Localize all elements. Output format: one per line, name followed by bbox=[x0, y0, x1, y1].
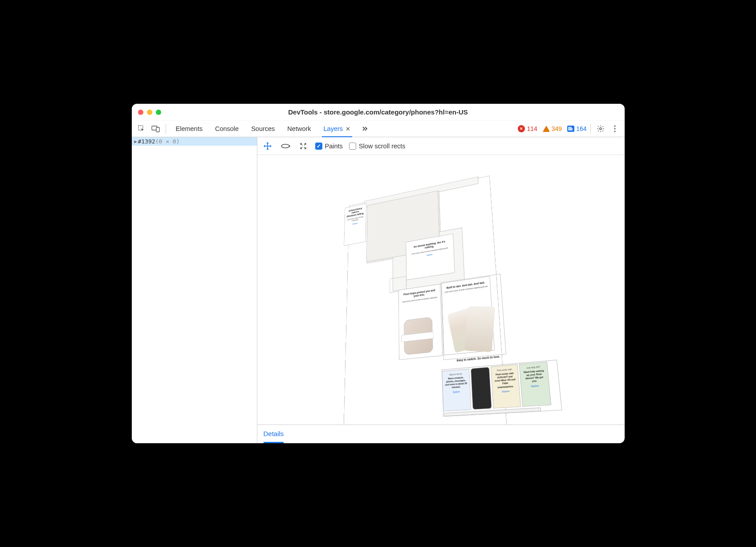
layer-mini-card-1[interactable]: Easy to set up Move contacts, photos, me… bbox=[442, 369, 471, 412]
settings-icon[interactable] bbox=[594, 122, 607, 135]
toolbar-divider bbox=[590, 124, 591, 134]
message-count-value: 164 bbox=[576, 125, 586, 132]
devtools-toolbar: Elements Console Sources Network Layers … bbox=[132, 121, 625, 137]
tab-label: Sources bbox=[251, 125, 275, 132]
tab-label: Elements bbox=[176, 125, 203, 132]
tab-layers[interactable]: Layers ✕ bbox=[317, 121, 357, 137]
window-title: DevTools - store.google.com/category/pho… bbox=[132, 108, 625, 116]
panel-body: ▶ #1392 (0 × 0) bbox=[132, 137, 625, 443]
warning-count-value: 349 bbox=[552, 125, 562, 132]
error-count-value: 114 bbox=[527, 125, 537, 132]
checkbox-icon bbox=[349, 143, 356, 150]
tab-console[interactable]: Console bbox=[209, 121, 245, 137]
svg-point-5 bbox=[614, 128, 615, 129]
svg-point-7 bbox=[281, 144, 289, 148]
rotate-mode-icon[interactable] bbox=[280, 140, 291, 152]
inspect-element-icon[interactable] bbox=[135, 122, 148, 135]
message-count[interactable]: 164 bbox=[567, 125, 586, 132]
expand-caret-icon[interactable]: ▶ bbox=[134, 139, 137, 144]
layer-tree-item[interactable]: ▶ #1392 (0 × 0) bbox=[132, 137, 257, 146]
mini-body: Need help setting up your Pixel device? … bbox=[523, 369, 546, 384]
details-panel-tabbar: Details bbox=[257, 425, 625, 443]
error-icon bbox=[518, 125, 525, 132]
window-titlebar: DevTools - store.google.com/category/pho… bbox=[132, 104, 625, 121]
svg-point-4 bbox=[614, 125, 615, 127]
status-indicators: 114 349 164 bbox=[518, 125, 586, 132]
mini-link: Explore bbox=[445, 390, 467, 394]
mini-link: Explore bbox=[524, 384, 546, 388]
more-menu-icon[interactable] bbox=[609, 122, 621, 135]
error-count[interactable]: 114 bbox=[518, 125, 537, 132]
traffic-lights bbox=[138, 110, 161, 115]
message-icon bbox=[567, 126, 574, 132]
layer-card-extraordinary[interactable]: Extraordinary camera. Effortless editing… bbox=[344, 204, 366, 246]
svg-rect-2 bbox=[156, 127, 159, 132]
zoom-window-button[interactable] bbox=[156, 110, 161, 115]
svg-point-6 bbox=[614, 131, 615, 132]
slow-scroll-label: Slow scroll rects bbox=[359, 143, 406, 150]
layer-mini-card-3[interactable]: Live help 24/7 Need help setting up your… bbox=[519, 362, 551, 407]
tab-label: Console bbox=[215, 125, 239, 132]
details-tab-label: Details bbox=[264, 430, 284, 437]
minimize-window-button[interactable] bbox=[147, 110, 152, 115]
close-tab-icon[interactable]: ✕ bbox=[345, 126, 350, 132]
warning-count[interactable]: 349 bbox=[543, 125, 562, 132]
toolbar-divider bbox=[166, 124, 166, 134]
device-toolbar-icon[interactable] bbox=[150, 122, 162, 135]
panel-tabs: Elements Console Sources Network Layers … bbox=[170, 121, 357, 137]
layer-tree-sidebar[interactable]: ▶ #1392 (0 × 0) bbox=[132, 137, 257, 443]
tab-label: Network bbox=[287, 125, 311, 132]
layers-main: Paints Slow scroll rects bbox=[257, 137, 625, 443]
tab-network[interactable]: Network bbox=[281, 121, 317, 137]
more-tabs-icon[interactable] bbox=[358, 125, 371, 132]
pan-mode-icon[interactable] bbox=[262, 140, 273, 152]
checkbox-icon bbox=[315, 143, 322, 150]
slow-scroll-checkbox[interactable]: Slow scroll rects bbox=[349, 143, 406, 150]
layer-id: #1392 bbox=[138, 138, 155, 145]
mini-body: Move contacts, photos, messages, and mor… bbox=[445, 376, 467, 390]
layer-mini-card-phone[interactable] bbox=[471, 367, 492, 410]
layers-toolbar: Paints Slow scroll rects bbox=[257, 137, 625, 155]
tab-elements[interactable]: Elements bbox=[170, 121, 209, 137]
layer-dimensions: (0 × 0) bbox=[155, 138, 180, 145]
tab-label: Layers bbox=[324, 125, 343, 132]
details-tab[interactable]: Details bbox=[264, 425, 284, 443]
card-image bbox=[464, 306, 495, 352]
layer-mini-card-2[interactable]: Pixel works with Pixel works with AirPod… bbox=[491, 364, 521, 408]
mini-body: Pixel works with AirPods® and most Wear … bbox=[494, 372, 516, 389]
devtools-window: DevTools - store.google.com/category/pho… bbox=[132, 104, 625, 443]
layer-card-builtlast[interactable]: Built to last. And last. And last. Lorem… bbox=[441, 276, 495, 355]
tab-sources[interactable]: Sources bbox=[245, 121, 281, 137]
reset-view-icon[interactable] bbox=[297, 140, 309, 152]
svg-point-3 bbox=[599, 128, 602, 130]
warning-icon bbox=[543, 126, 550, 132]
mini-link: Explore bbox=[495, 389, 516, 393]
layers-3d-viewport[interactable]: Extraordinary camera. Effortless editing… bbox=[257, 155, 625, 425]
layer-card-protects[interactable]: Pixel helps protect you and your info. L… bbox=[398, 284, 443, 360]
paints-checkbox[interactable]: Paints bbox=[315, 143, 343, 150]
paints-label: Paints bbox=[325, 143, 343, 150]
close-window-button[interactable] bbox=[138, 110, 143, 115]
layer-card-doanything[interactable]: Do almost anything, like it's nothing. L… bbox=[406, 234, 455, 281]
